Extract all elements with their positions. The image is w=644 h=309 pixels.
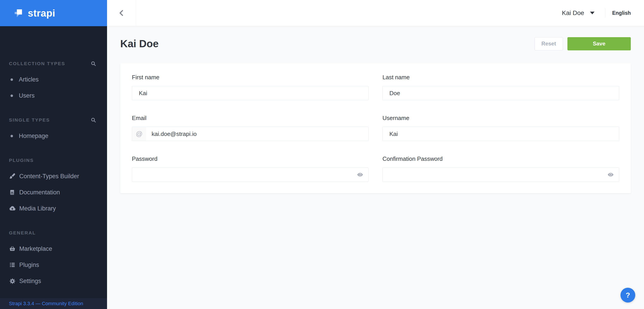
sidebar-item-label: Marketplace xyxy=(19,246,52,252)
field-label: Last name xyxy=(382,74,619,80)
search-icon[interactable] xyxy=(90,61,96,66)
sidebar-item-homepage[interactable]: Homepage xyxy=(0,128,107,144)
sidebar-item-plugins[interactable]: Plugins xyxy=(0,257,107,273)
sidebar-item-media-library[interactable]: Media Library xyxy=(0,200,107,216)
section-collection-types: COLLECTION TYPES Articles Users xyxy=(0,60,107,104)
save-button[interactable]: Save xyxy=(568,37,631,50)
page-header: Kai Doe Reset Save xyxy=(120,37,631,50)
sidebar-item-label: Media Library xyxy=(19,205,56,212)
field-email: Email @ xyxy=(132,115,368,141)
sidebar-item-label: Plugins xyxy=(19,262,39,268)
brand-name: strapi xyxy=(28,8,55,19)
chevron-down-icon xyxy=(590,12,594,14)
password-input[interactable] xyxy=(132,168,368,182)
strapi-logo[interactable]: strapi xyxy=(0,0,107,26)
sidebar-footer: Strapi 3.3.4 — Community Edition xyxy=(0,298,107,309)
strapi-logo-icon xyxy=(13,8,23,18)
back-button[interactable] xyxy=(107,0,136,26)
sidebar-item-label: Documentation xyxy=(19,189,60,196)
sidebar-item-users[interactable]: Users xyxy=(0,88,107,104)
topbar-divider xyxy=(605,8,606,18)
bullet-icon xyxy=(10,94,13,97)
field-label: Email xyxy=(132,115,368,121)
user-menu[interactable]: Kai Doe xyxy=(562,10,594,16)
user-name: Kai Doe xyxy=(562,10,584,16)
field-confirmation-password: Confirmation Password xyxy=(382,156,619,182)
bullet-icon xyxy=(10,135,13,137)
field-password: Password xyxy=(132,156,368,182)
sidebar-item-label: Homepage xyxy=(19,132,48,140)
page-title: Kai Doe xyxy=(120,38,158,50)
eye-icon[interactable] xyxy=(357,171,364,178)
user-form-card: First name Last name Email @ xyxy=(120,63,631,193)
field-first-name: First name xyxy=(132,74,368,100)
section-label: SINGLE TYPES xyxy=(9,117,50,123)
reset-button[interactable]: Reset xyxy=(534,37,563,50)
book-icon xyxy=(8,190,16,195)
search-icon[interactable] xyxy=(90,117,96,123)
sidebar-item-label: Content-Types Builder xyxy=(19,173,79,180)
email-input[interactable] xyxy=(146,127,368,141)
basket-icon xyxy=(8,246,16,252)
section-single-types: SINGLE TYPES Homepage xyxy=(0,117,107,144)
field-username: Username xyxy=(382,115,619,141)
cloud-upload-icon xyxy=(8,205,16,212)
main-area: Kai Doe English Kai Doe Reset Save First… xyxy=(107,0,644,309)
sidebar-item-content-types-builder[interactable]: Content-Types Builder xyxy=(0,168,107,184)
field-label: Username xyxy=(382,115,619,121)
field-last-name: Last name xyxy=(382,74,619,100)
help-button[interactable]: ? xyxy=(620,288,635,302)
sidebar: strapi COLLECTION TYPES Articles Users S… xyxy=(0,0,107,309)
brush-icon xyxy=(8,173,16,179)
section-plugins: PLUGINS Content-Types Builder Documentat… xyxy=(0,157,107,216)
language-selector[interactable]: English xyxy=(612,10,631,16)
sidebar-item-documentation[interactable]: Documentation xyxy=(0,184,107,200)
section-general: GENERAL Marketplace Plugins Settings xyxy=(0,230,107,289)
sidebar-item-articles[interactable]: Articles xyxy=(0,72,107,88)
sidebar-item-marketplace[interactable]: Marketplace xyxy=(0,241,107,257)
sidebar-nav: COLLECTION TYPES Articles Users SINGLE T… xyxy=(0,26,107,289)
sidebar-item-label: Articles xyxy=(19,76,39,83)
topbar: Kai Doe English xyxy=(107,0,644,26)
field-label: First name xyxy=(132,74,368,80)
section-label: GENERAL xyxy=(9,230,36,236)
section-label: PLUGINS xyxy=(9,158,34,163)
version-link[interactable]: Strapi 3.3.4 — Community Edition xyxy=(9,301,83,306)
field-label: Confirmation Password xyxy=(382,156,619,162)
at-sign-icon: @ xyxy=(132,127,146,141)
sidebar-item-label: Users xyxy=(19,92,35,99)
bullet-icon xyxy=(10,78,13,81)
last-name-input[interactable] xyxy=(383,86,619,100)
confirmation-password-input[interactable] xyxy=(383,168,619,182)
field-label: Password xyxy=(132,156,368,162)
section-label: COLLECTION TYPES xyxy=(9,61,65,66)
content-area: Kai Doe Reset Save First name Last name xyxy=(107,26,644,309)
username-input[interactable] xyxy=(383,127,619,141)
sidebar-item-settings[interactable]: Settings xyxy=(0,273,107,289)
eye-icon[interactable] xyxy=(607,171,614,178)
first-name-input[interactable] xyxy=(132,86,368,100)
chevron-left-icon xyxy=(118,9,125,17)
list-icon xyxy=(8,262,16,268)
sidebar-item-label: Settings xyxy=(19,278,41,284)
gear-icon xyxy=(8,278,16,284)
